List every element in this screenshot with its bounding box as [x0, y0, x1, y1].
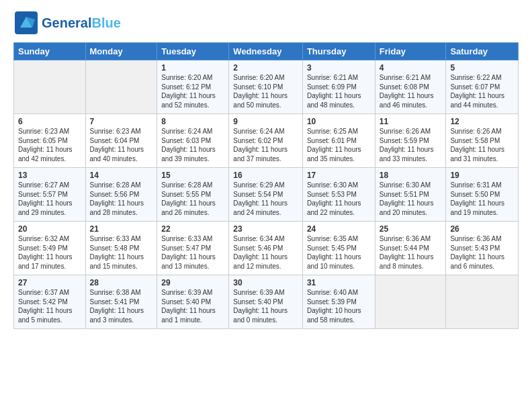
- day-info: Sunrise: 6:39 AM Sunset: 5:40 PM Dayligh…: [161, 288, 224, 324]
- day-info: Sunrise: 6:37 AM Sunset: 5:42 PM Dayligh…: [18, 288, 81, 324]
- calendar-day-5: 5Sunrise: 6:22 AM Sunset: 6:07 PM Daylig…: [446, 60, 519, 114]
- day-number: 24: [307, 224, 371, 234]
- day-number: 28: [90, 278, 153, 287]
- calendar-day-24: 24Sunrise: 6:35 AM Sunset: 5:45 PM Dayli…: [302, 222, 375, 275]
- day-number: 5: [450, 63, 514, 73]
- calendar-day-20: 20Sunrise: 6:32 AM Sunset: 5:49 PM Dayli…: [14, 222, 86, 275]
- day-info: Sunrise: 6:36 AM Sunset: 5:43 PM Dayligh…: [450, 234, 514, 271]
- day-info: Sunrise: 6:40 AM Sunset: 5:39 PM Dayligh…: [307, 288, 371, 324]
- calendar-day-2: 2Sunrise: 6:20 AM Sunset: 6:10 PM Daylig…: [229, 60, 303, 114]
- logo-text: GeneralBlue: [42, 15, 121, 30]
- calendar-day-4: 4Sunrise: 6:21 AM Sunset: 6:08 PM Daylig…: [375, 60, 446, 114]
- calendar-day-15: 15Sunrise: 6:28 AM Sunset: 5:55 PM Dayli…: [157, 168, 229, 222]
- day-number: 29: [161, 278, 224, 287]
- calendar-header-friday: Friday: [375, 43, 446, 60]
- day-number: 25: [380, 224, 442, 234]
- calendar-day-31: 31Sunrise: 6:40 AM Sunset: 5:39 PM Dayli…: [302, 275, 375, 329]
- day-number: 22: [161, 224, 224, 234]
- day-number: 8: [161, 117, 224, 126]
- day-info: Sunrise: 6:21 AM Sunset: 6:09 PM Dayligh…: [307, 73, 371, 109]
- day-number: 10: [307, 117, 371, 126]
- calendar-day-30: 30Sunrise: 6:39 AM Sunset: 5:40 PM Dayli…: [229, 275, 303, 329]
- calendar-day-26: 26Sunrise: 6:36 AM Sunset: 5:43 PM Dayli…: [446, 222, 519, 275]
- day-info: Sunrise: 6:24 AM Sunset: 6:02 PM Dayligh…: [233, 127, 298, 163]
- calendar-day-23: 23Sunrise: 6:34 AM Sunset: 5:46 PM Dayli…: [229, 222, 303, 275]
- day-info: Sunrise: 6:30 AM Sunset: 5:53 PM Dayligh…: [307, 181, 371, 217]
- day-info: Sunrise: 6:28 AM Sunset: 5:55 PM Dayligh…: [161, 181, 224, 217]
- calendar-day-25: 25Sunrise: 6:36 AM Sunset: 5:44 PM Dayli…: [375, 222, 446, 275]
- calendar-week-3: 13Sunrise: 6:27 AM Sunset: 5:57 PM Dayli…: [14, 168, 519, 222]
- calendar-day-empty: [85, 60, 157, 114]
- day-info: Sunrise: 6:34 AM Sunset: 5:46 PM Dayligh…: [233, 234, 298, 271]
- day-info: Sunrise: 6:29 AM Sunset: 5:54 PM Dayligh…: [233, 181, 298, 217]
- day-number: 15: [161, 171, 224, 180]
- day-info: Sunrise: 6:33 AM Sunset: 5:47 PM Dayligh…: [161, 234, 224, 271]
- calendar-day-13: 13Sunrise: 6:27 AM Sunset: 5:57 PM Dayli…: [14, 168, 86, 222]
- day-info: Sunrise: 6:32 AM Sunset: 5:49 PM Dayligh…: [18, 234, 81, 271]
- calendar-day-21: 21Sunrise: 6:33 AM Sunset: 5:48 PM Dayli…: [85, 222, 157, 275]
- day-number: 4: [380, 63, 442, 73]
- day-number: 23: [233, 224, 298, 234]
- page: GeneralBlue SundayMondayTuesdayWednesday…: [0, 0, 532, 411]
- calendar-day-29: 29Sunrise: 6:39 AM Sunset: 5:40 PM Dayli…: [157, 275, 229, 329]
- calendar-day-17: 17Sunrise: 6:30 AM Sunset: 5:53 PM Dayli…: [302, 168, 375, 222]
- day-number: 27: [18, 278, 81, 287]
- day-info: Sunrise: 6:20 AM Sunset: 6:12 PM Dayligh…: [161, 73, 224, 109]
- calendar-header-monday: Monday: [85, 43, 157, 60]
- calendar-day-10: 10Sunrise: 6:25 AM Sunset: 6:01 PM Dayli…: [302, 114, 375, 168]
- day-number: 11: [380, 117, 442, 126]
- day-info: Sunrise: 6:20 AM Sunset: 6:10 PM Dayligh…: [233, 73, 298, 109]
- day-number: 30: [233, 278, 298, 287]
- day-info: Sunrise: 6:36 AM Sunset: 5:44 PM Dayligh…: [380, 234, 442, 271]
- day-number: 17: [307, 171, 371, 180]
- calendar-day-16: 16Sunrise: 6:29 AM Sunset: 5:54 PM Dayli…: [229, 168, 303, 222]
- logo: GeneralBlue: [13, 10, 121, 36]
- calendar-day-empty: [14, 60, 86, 114]
- calendar-day-28: 28Sunrise: 6:38 AM Sunset: 5:41 PM Dayli…: [85, 275, 157, 329]
- calendar-day-18: 18Sunrise: 6:30 AM Sunset: 5:51 PM Dayli…: [375, 168, 446, 222]
- day-number: 12: [450, 117, 514, 126]
- day-number: 19: [450, 171, 514, 180]
- day-info: Sunrise: 6:30 AM Sunset: 5:51 PM Dayligh…: [380, 181, 442, 217]
- calendar-day-6: 6Sunrise: 6:23 AM Sunset: 6:05 PM Daylig…: [14, 114, 86, 168]
- calendar-header-sunday: Sunday: [14, 43, 86, 60]
- logo-icon: [13, 10, 39, 36]
- day-number: 1: [161, 63, 224, 73]
- calendar-week-1: 1Sunrise: 6:20 AM Sunset: 6:12 PM Daylig…: [14, 60, 519, 114]
- day-number: 31: [307, 278, 371, 287]
- day-number: 13: [18, 171, 81, 180]
- day-info: Sunrise: 6:35 AM Sunset: 5:45 PM Dayligh…: [307, 234, 371, 271]
- day-number: 21: [90, 224, 153, 234]
- day-number: 9: [233, 117, 298, 126]
- calendar-day-8: 8Sunrise: 6:24 AM Sunset: 6:03 PM Daylig…: [157, 114, 229, 168]
- day-number: 14: [90, 171, 153, 180]
- day-number: 16: [233, 171, 298, 180]
- calendar-day-1: 1Sunrise: 6:20 AM Sunset: 6:12 PM Daylig…: [157, 60, 229, 114]
- calendar-week-5: 27Sunrise: 6:37 AM Sunset: 5:42 PM Dayli…: [14, 275, 519, 329]
- day-info: Sunrise: 6:24 AM Sunset: 6:03 PM Dayligh…: [161, 127, 224, 163]
- calendar-header-row: SundayMondayTuesdayWednesdayThursdayFrid…: [14, 43, 519, 60]
- day-info: Sunrise: 6:25 AM Sunset: 6:01 PM Dayligh…: [307, 127, 371, 163]
- calendar-header-thursday: Thursday: [302, 43, 375, 60]
- calendar-day-27: 27Sunrise: 6:37 AM Sunset: 5:42 PM Dayli…: [14, 275, 86, 329]
- day-info: Sunrise: 6:21 AM Sunset: 6:08 PM Dayligh…: [380, 73, 442, 109]
- day-info: Sunrise: 6:39 AM Sunset: 5:40 PM Dayligh…: [233, 288, 298, 324]
- calendar-header-saturday: Saturday: [446, 43, 519, 60]
- header: GeneralBlue: [13, 10, 519, 36]
- calendar-day-3: 3Sunrise: 6:21 AM Sunset: 6:09 PM Daylig…: [302, 60, 375, 114]
- calendar-week-2: 6Sunrise: 6:23 AM Sunset: 6:05 PM Daylig…: [14, 114, 519, 168]
- day-info: Sunrise: 6:23 AM Sunset: 6:04 PM Dayligh…: [90, 127, 153, 163]
- day-info: Sunrise: 6:33 AM Sunset: 5:48 PM Dayligh…: [90, 234, 153, 271]
- day-number: 2: [233, 63, 298, 73]
- day-info: Sunrise: 6:26 AM Sunset: 5:58 PM Dayligh…: [450, 127, 514, 163]
- day-info: Sunrise: 6:26 AM Sunset: 5:59 PM Dayligh…: [380, 127, 442, 163]
- day-number: 7: [90, 117, 153, 126]
- calendar-day-7: 7Sunrise: 6:23 AM Sunset: 6:04 PM Daylig…: [85, 114, 157, 168]
- day-info: Sunrise: 6:38 AM Sunset: 5:41 PM Dayligh…: [90, 288, 153, 324]
- day-number: 20: [18, 224, 81, 234]
- calendar-day-12: 12Sunrise: 6:26 AM Sunset: 5:58 PM Dayli…: [446, 114, 519, 168]
- day-number: 6: [18, 117, 81, 126]
- calendar-day-empty: [375, 275, 446, 329]
- day-info: Sunrise: 6:22 AM Sunset: 6:07 PM Dayligh…: [450, 73, 514, 109]
- calendar-day-empty: [446, 275, 519, 329]
